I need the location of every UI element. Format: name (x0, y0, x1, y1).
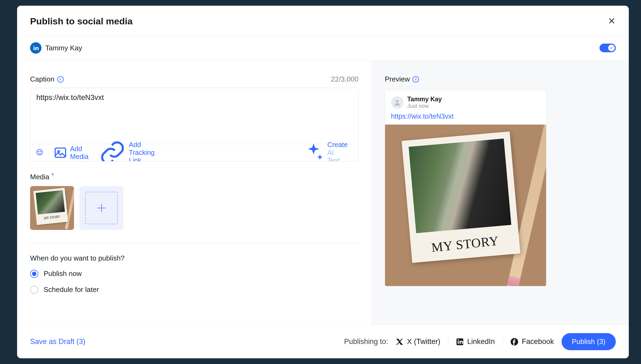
link-icon (99, 139, 126, 161)
add-media-label: Add Media (70, 145, 88, 161)
svg-point-3 (38, 151, 39, 152)
publish-now-label: Publish now (44, 269, 82, 278)
info-icon[interactable]: i (57, 76, 64, 83)
caption-label: Caption i (30, 75, 64, 83)
plus-icon (95, 202, 108, 214)
media-label: Media * (30, 173, 358, 181)
preview-header: Tammy Kay Just now (385, 90, 546, 112)
avatar (391, 96, 403, 109)
add-tracking-label: Add Tracking Link (129, 141, 155, 161)
account-bar: Tammy Kay (17, 37, 629, 60)
preview-link: https://wix.to/teN3vxt (385, 112, 546, 125)
svg-point-10 (458, 339, 459, 340)
media-thumbnails: MY STORY (30, 186, 358, 230)
publish-now-option[interactable]: Publish now (30, 269, 358, 278)
caption-input[interactable] (30, 88, 358, 143)
platform-twitter: X (Twitter) (396, 337, 440, 346)
preview-user-meta: Tammy Kay Just now (407, 96, 442, 109)
separator (448, 337, 448, 346)
emoji-icon (36, 148, 43, 156)
media-section: Media * MY STORY (30, 173, 358, 230)
svg-point-1 (34, 46, 35, 47)
editor-panel: Caption i 22/3,000 Add Media (17, 60, 371, 325)
media-label-text: Media (30, 173, 49, 181)
linkedin-icon (30, 42, 41, 54)
svg-rect-0 (34, 47, 35, 50)
add-tracking-link-button[interactable]: Add Tracking Link (94, 139, 160, 161)
preview-label: Preview i (385, 75, 616, 83)
create-ai-label: Create AI Text (327, 141, 348, 161)
modal-body: Caption i 22/3,000 Add Media (17, 60, 629, 325)
preview-label-text: Preview (385, 75, 410, 83)
separator (502, 337, 503, 346)
svg-rect-5 (55, 148, 66, 157)
preview-image: MY STORY (385, 125, 546, 286)
facebook-icon (510, 338, 518, 346)
svg-point-2 (37, 149, 43, 155)
required-indicator: * (52, 172, 54, 179)
close-button[interactable] (608, 15, 616, 27)
schedule-label: When do you want to publish? (30, 254, 358, 262)
image-icon (53, 146, 67, 160)
thumbnail-image: MY STORY (30, 186, 74, 230)
char-count: 22/3,000 (331, 75, 358, 83)
add-media-inner (85, 192, 118, 224)
schedule-later-label: Schedule for later (44, 285, 99, 294)
create-ai-text-button[interactable]: Create AI Text (298, 141, 353, 161)
platform-linkedin-label: LinkedIn (467, 337, 495, 346)
account-name: Tammy Kay (45, 44, 82, 52)
preview-time: Just now (407, 103, 442, 109)
schedule-later-option[interactable]: Schedule for later (30, 285, 358, 294)
preview-panel: Preview i Tammy Kay Just now https://wix… (371, 60, 629, 325)
save-draft-button[interactable]: Save as Draft (3) (30, 337, 85, 346)
caption-toolbar: Add Media Add Tracking Link Create AI Te… (30, 144, 358, 161)
platform-facebook: Facebook (510, 337, 554, 346)
media-thumbnail[interactable]: MY STORY (30, 186, 74, 230)
add-media-button[interactable]: Add Media (49, 145, 94, 161)
modal-title: Publish to social media (30, 16, 133, 27)
platform-facebook-label: Facebook (522, 337, 554, 346)
radio-checked (30, 270, 38, 278)
info-icon[interactable]: i (412, 76, 419, 83)
footer-right: Publishing to: X (Twitter) LinkedIn Face… (344, 333, 616, 350)
account-toggle[interactable] (600, 44, 616, 52)
caption-box: Add Media Add Tracking Link Create AI Te… (30, 88, 358, 161)
add-media-tile[interactable] (79, 186, 123, 230)
publish-modal: Publish to social media Tammy Kay Captio… (17, 6, 629, 358)
emoji-button[interactable] (36, 148, 48, 157)
preview-user-name: Tammy Kay (407, 96, 442, 103)
linkedin-icon (456, 338, 464, 346)
toggle-knob (608, 45, 615, 51)
publishing-to-label: Publishing to: (344, 337, 388, 346)
account-info: Tammy Kay (30, 42, 82, 54)
caption-label-text: Caption (30, 75, 55, 83)
platform-twitter-label: X (Twitter) (407, 337, 440, 346)
preview-card: Tammy Kay Just now https://wix.to/teN3vx… (385, 90, 546, 286)
person-icon (393, 99, 401, 106)
modal-header: Publish to social media (17, 6, 629, 37)
x-twitter-icon (396, 338, 404, 346)
close-icon (608, 17, 616, 25)
svg-rect-9 (458, 341, 459, 344)
polaroid-caption: MY STORY (417, 232, 513, 256)
radio-unchecked (30, 286, 38, 294)
modal-footer: Save as Draft (3) Publishing to: X (Twit… (17, 325, 629, 358)
platform-linkedin: LinkedIn (456, 337, 495, 346)
divider (30, 243, 358, 243)
caption-row-header: Caption i 22/3,000 (30, 75, 358, 83)
publish-button[interactable]: Publish (3) (562, 333, 616, 350)
sparkle-icon (303, 142, 325, 161)
svg-point-4 (40, 151, 41, 152)
svg-point-7 (396, 100, 398, 102)
